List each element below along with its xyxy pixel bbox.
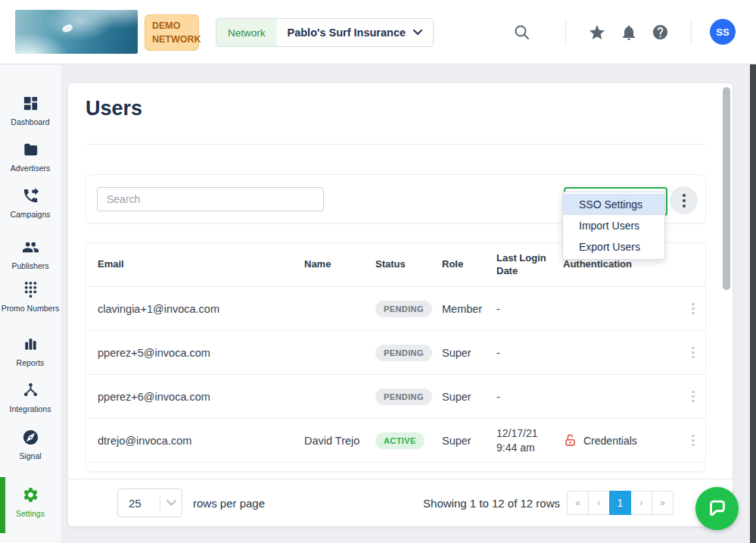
cell-role: Super — [442, 391, 496, 403]
cell-email: pperez+5@invoca.com — [98, 347, 304, 359]
chat-widget-button[interactable] — [695, 487, 739, 530]
sidebar-item-settings[interactable]: Settings — [0, 486, 61, 520]
search-icon[interactable] — [513, 23, 531, 42]
table-row: dtrejo@invoca.com David Trejo ACTIVE Sup… — [86, 419, 705, 463]
sidebar-item-label: Campaigns — [0, 210, 61, 220]
sidebar-item-label: Settings — [0, 509, 61, 520]
cell-authentication: Credentials — [563, 433, 683, 448]
sidebar-item-label: Signal — [0, 451, 61, 462]
bar-chart-icon — [22, 335, 39, 353]
menu-item-sso-settings[interactable]: SSO Settings — [563, 194, 664, 215]
cell-role: Super — [442, 347, 496, 359]
sidebar-nav: Dashboard Advertisers Campaigns Publishe… — [0, 65, 61, 543]
node-network-icon — [22, 382, 39, 399]
row-kebab-menu-button[interactable] — [683, 391, 704, 403]
table-footer: 25 rows per page Showing 1 to 12 of 12 r… — [68, 479, 733, 526]
cell-last-login: 12/17/21 9:44 am — [496, 426, 563, 455]
rows-per-page-label: rows per page — [193, 497, 265, 510]
showing-rows-text: Showing 1 to 12 of 12 rows — [423, 497, 560, 510]
people-icon — [22, 239, 39, 256]
table-row: pperez+6@invoca.com PENDING Super - — [86, 375, 705, 419]
cell-last-login: - — [496, 347, 563, 359]
rows-per-page-select[interactable]: 25 — [117, 488, 182, 517]
row-kebab-menu-button[interactable] — [683, 303, 704, 315]
app-screen: DEMO NETWORK Network Pablo's Surf Insura… — [0, 0, 756, 543]
chat-bubble-icon — [706, 498, 729, 520]
table-row: clavingia+1@invoca.com PENDING Member - — [86, 287, 705, 331]
actions-dropdown-menu: SSO Settings Import Users Export Users — [562, 192, 665, 260]
menu-item-import-users[interactable]: Import Users — [563, 215, 664, 236]
sidebar-item-advertisers[interactable]: Advertisers — [0, 141, 61, 174]
cell-email: dtrejo@invoca.com — [98, 435, 304, 447]
header-divider — [691, 20, 692, 45]
sidebar-item-campaigns[interactable]: Campaigns — [0, 187, 61, 220]
rows-per-page-value: 25 — [118, 497, 160, 510]
chevron-down-icon — [413, 30, 422, 36]
dialpad-icon — [22, 281, 39, 298]
network-selector-label: Network — [216, 19, 277, 46]
pagination-last-button[interactable]: » — [652, 491, 674, 515]
network-selector-value: Pablo's Surf Insurance — [277, 19, 434, 46]
pagination-page-1-button[interactable]: 1 — [609, 491, 631, 515]
user-avatar[interactable]: SS — [710, 19, 736, 45]
title-divider — [86, 144, 706, 145]
network-selector[interactable]: Network Pablo's Surf Insurance — [216, 18, 434, 47]
header-divider — [565, 20, 566, 45]
dashboard-grid-icon — [22, 95, 39, 112]
help-icon[interactable] — [652, 23, 669, 41]
menu-item-export-users[interactable]: Export Users — [563, 236, 664, 257]
vertical-scrollbar[interactable] — [723, 87, 730, 290]
column-header-status[interactable]: Status — [375, 258, 442, 270]
notifications-bell-icon[interactable] — [620, 23, 638, 42]
lock-open-icon — [563, 433, 577, 448]
search-input[interactable] — [97, 187, 324, 211]
cell-email: pperez+6@invoca.com — [98, 391, 304, 403]
toolbar-kebab-menu-button[interactable] — [670, 186, 698, 214]
table-row: pperez+5@invoca.com PENDING Super - — [86, 331, 705, 375]
cell-last-login: - — [496, 303, 563, 315]
users-table: Email Name Status Role Last Login Date A… — [86, 242, 706, 472]
pagination: « ‹ 1 › » — [567, 491, 674, 515]
cell-last-login: - — [496, 391, 563, 403]
kebab-dot — [683, 199, 686, 202]
kebab-dot — [683, 204, 686, 208]
pagination-next-button[interactable]: › — [630, 491, 652, 515]
cell-role: Member — [442, 303, 496, 315]
sidebar-item-dashboard[interactable]: Dashboard — [0, 95, 61, 128]
sidebar-item-label: Integrations — [0, 404, 61, 415]
sidebar-item-publishers[interactable]: Publishers — [0, 239, 61, 272]
chevron-down-icon — [160, 500, 182, 506]
pagination-first-button[interactable]: « — [567, 491, 589, 515]
column-header-name[interactable]: Name — [304, 258, 375, 270]
status-badge: PENDING — [375, 301, 432, 317]
kebab-dot — [683, 194, 686, 197]
network-name: Pablo's Surf Insurance — [288, 27, 406, 39]
cell-role: Super — [442, 435, 496, 447]
cell-name: David Trejo — [304, 435, 375, 447]
page-title: Users — [86, 97, 142, 120]
column-header-last-login-date[interactable]: Last Login Date — [496, 252, 563, 277]
network-wave-logo — [15, 10, 138, 54]
row-kebab-menu-button[interactable] — [683, 347, 704, 359]
column-header-role[interactable]: Role — [442, 258, 496, 270]
column-header-authentication[interactable]: Authentication — [563, 258, 683, 270]
status-badge: PENDING — [375, 389, 432, 405]
sidebar-item-signal[interactable]: Signal — [0, 429, 61, 462]
screen-right-edge — [750, 64, 756, 543]
sidebar-item-promo-numbers[interactable]: Promo Numbers — [0, 281, 61, 314]
sidebar-item-reports[interactable]: Reports — [0, 335, 61, 369]
status-badge: ACTIVE — [375, 432, 425, 449]
row-kebab-menu-button[interactable] — [683, 435, 704, 447]
column-header-email[interactable]: Email — [98, 258, 304, 270]
folder-icon — [22, 141, 39, 158]
top-header: DEMO NETWORK Network Pablo's Surf Insura… — [0, 0, 756, 64]
cell-email: clavingia+1@invoca.com — [98, 303, 304, 315]
sidebar-item-label: Reports — [0, 358, 61, 369]
sidebar-item-label: Dashboard — [0, 117, 61, 128]
authentication-label: Credentials — [583, 435, 637, 447]
pagination-prev-button[interactable]: ‹ — [588, 491, 610, 515]
sidebar-item-label: Promo Numbers — [0, 304, 61, 314]
favorites-star-icon[interactable] — [588, 23, 606, 42]
sidebar-item-integrations[interactable]: Integrations — [0, 382, 61, 415]
sidebar-item-label: Publishers — [0, 261, 61, 272]
